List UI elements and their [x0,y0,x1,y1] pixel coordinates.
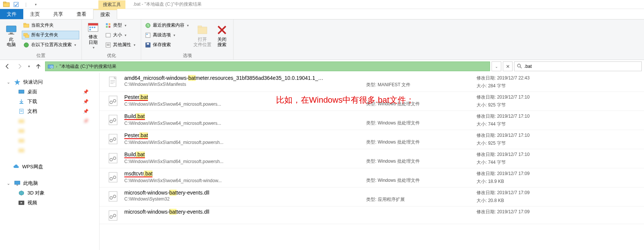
this-pc-button[interactable]: 此 电脑 [2,21,20,50]
pin-icon: 📌 [83,89,89,94]
tab-file[interactable]: 文件 [0,9,23,19]
svg-rect-38 [20,110,23,111]
result-filename: Build.bat [124,151,361,158]
file-icon [107,76,119,88]
result-path: C:\Windows\WinSxS\amd64_microsoft.powers… [124,140,361,145]
nav-quick-access[interactable]: ⌄ 快速访问 [0,77,99,87]
properties-icon [105,42,111,48]
back-button[interactable] [2,61,13,72]
videos-icon [18,199,25,206]
current-folder-button[interactable]: 当前文件夹 [22,21,79,30]
calendar-icon [87,21,99,33]
search-result-item[interactable]: msdtcvtr.batC:\Windows\WinSxS\wow64_micr… [100,168,644,187]
result-filename: Pester.bat [124,132,361,139]
nav-documents[interactable]: 文档 📌 [0,106,99,116]
search-result-item[interactable]: amd64_microsoft-windows-batmeter.resourc… [100,73,644,92]
search-results-icon [48,63,54,69]
file-icon [107,152,119,164]
svg-rect-14 [92,27,93,28]
svg-rect-48 [110,80,115,81]
search-box[interactable] [514,61,642,71]
tab-search[interactable]: 搜索 [93,9,117,19]
address-bar[interactable]: › "本地磁盘 (C:)"中的搜索结果 [45,61,490,71]
result-date: 修改日期: 2019/12/7 17:10 [477,94,570,100]
date-modified-button[interactable]: 修改 日期 ▾ [84,21,102,50]
svg-rect-45 [17,185,18,186]
folder-icon [18,147,25,154]
svg-rect-7 [24,23,26,24]
forward-button[interactable] [14,61,25,72]
nav-wps[interactable]: WPS网盘 [0,162,99,172]
svg-rect-13 [89,27,91,28]
open-file-location-button[interactable]: 打开 文件位置 [193,21,211,50]
svg-rect-20 [109,26,110,28]
up-button[interactable] [33,61,44,72]
size-button[interactable]: 大小 ▾ [104,31,139,39]
qat-dropdown-icon[interactable]: ▾ [32,1,39,8]
nav-desktop[interactable]: 桌面 📌 [0,87,99,97]
navigation-bar: ▾ › "本地磁盘 (C:)"中的搜索结果 ⌄ ✕ [0,60,644,73]
subfolders-icon [23,32,29,38]
chevron-down-icon: ▾ [125,33,127,37]
tab-view[interactable]: 查看 [70,9,93,19]
recent-searches-button[interactable]: 最近的搜索内容 ▾ [143,21,192,30]
svg-rect-24 [107,45,110,46]
nav-this-pc[interactable]: ⌄ 此电脑 [0,178,99,188]
close-search-button[interactable]: 关闭 搜索 [213,21,231,50]
search-result-item[interactable]: Build.batC:\Windows\WinSxS\wow64_microso… [100,111,644,130]
svg-rect-27 [146,34,148,35]
search-input[interactable] [524,64,639,69]
search-result-item[interactable]: Pester.batC:\Windows\WinSxS\wow64_micros… [100,92,644,111]
result-type: 类型: Windows 批处理文件 [366,113,471,126]
folder-icon [18,127,25,134]
tab-home[interactable]: 主页 [23,9,47,19]
result-date: 修改日期: 2019/12/7 17:09 [477,209,570,215]
svg-rect-18 [109,23,110,25]
search-result-item[interactable]: microsoft-windows-battery-events.dllC:\W… [100,187,644,207]
svg-rect-31 [198,26,202,27]
svg-rect-21 [106,33,110,37]
chevron-down-icon: ▾ [173,33,175,37]
svg-rect-40 [19,120,24,123]
this-pc-icon [14,180,21,187]
nav-3d-objects[interactable]: 3D 对象 [0,188,99,198]
search-again-in-button[interactable]: 在以下位置再次搜索 ▾ [22,40,79,49]
nav-recent-folder[interactable] [0,136,99,145]
refresh-button[interactable]: ✕ [503,61,513,71]
advanced-options-button[interactable]: 高级选项 ▾ [143,31,192,39]
svg-point-34 [517,64,520,67]
nav-downloads[interactable]: 下载 📌 [0,97,99,106]
tab-share[interactable]: 共享 [47,9,70,19]
nav-recent-folder[interactable] [0,145,99,155]
desktop-icon [18,88,25,95]
all-subfolders-button[interactable]: 所有子文件夹 [22,31,79,39]
save-search-button[interactable]: 保存搜索 [143,40,192,49]
recent-icon [145,22,151,28]
search-tools-label: 搜索工具 [98,0,125,9]
folder-icon [23,22,29,28]
properties-icon[interactable] [13,1,20,8]
svg-rect-1 [3,2,6,3]
chevron-down-icon: ▾ [74,43,76,47]
result-date: 修改日期: 2019/12/7 17:09 [477,190,570,196]
svg-rect-26 [146,33,150,37]
search-result-item[interactable]: Build.batC:\Windows\WinSxS\amd64_microso… [100,149,644,168]
result-type: 类型: Windows 批处理文件 [366,94,471,107]
svg-rect-44 [15,181,20,184]
svg-rect-49 [110,82,115,82]
file-icon [107,95,119,107]
search-result-item[interactable]: Pester.batC:\Windows\WinSxS\amd64_micros… [100,130,644,149]
svg-rect-36 [20,103,23,104]
breadcrumb[interactable]: "本地磁盘 (C:)"中的搜索结果 [59,63,116,70]
recent-locations-button[interactable]: ▾ [26,61,32,72]
address-dropdown-button[interactable]: ⌄ [492,61,501,71]
svg-rect-42 [19,139,24,142]
folder-icon [18,137,25,144]
nav-recent-folder[interactable] [0,126,99,136]
nav-videos[interactable]: 视频 [0,198,99,208]
nav-pinned-folder[interactable]: 📌 [0,116,99,126]
search-result-item[interactable]: microsoft-windows-battery-events.dll修改日期… [100,207,644,224]
kind-button[interactable]: 类型 ▾ [104,21,139,30]
other-properties-button[interactable]: 其他属性 ▾ [104,40,139,49]
qat-divider: | [23,1,29,8]
